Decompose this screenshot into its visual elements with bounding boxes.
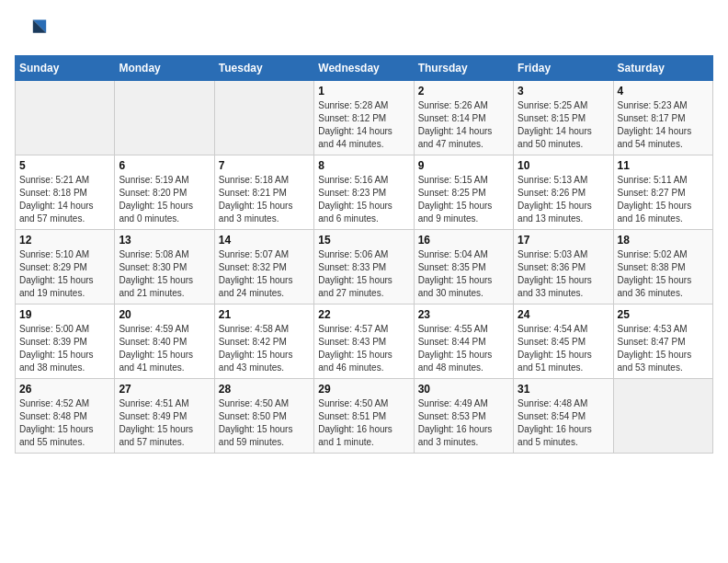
day-info: Sunrise: 4:50 AMSunset: 8:50 PMDaylight:…	[219, 397, 310, 449]
weekday-saturday: Saturday	[613, 56, 712, 81]
day-number: 25	[618, 308, 709, 321]
day-number: 7	[219, 159, 310, 172]
day-number: 26	[19, 383, 110, 396]
day-info: Sunrise: 4:50 AMSunset: 8:51 PMDaylight:…	[318, 397, 409, 449]
day-number: 18	[618, 234, 709, 247]
calendar-cell	[214, 81, 313, 155]
day-number: 17	[518, 234, 609, 247]
calendar-cell	[115, 81, 214, 155]
day-number: 23	[418, 308, 509, 321]
calendar-cell: 19Sunrise: 5:00 AMSunset: 8:39 PMDayligh…	[16, 304, 115, 379]
day-info: Sunrise: 5:28 AMSunset: 8:12 PMDaylight:…	[318, 99, 409, 151]
calendar-cell: 29Sunrise: 4:50 AMSunset: 8:51 PMDayligh…	[314, 379, 414, 454]
calendar-cell: 17Sunrise: 5:03 AMSunset: 8:36 PMDayligh…	[514, 230, 613, 304]
weekday-sunday: Sunday	[16, 56, 115, 81]
calendar-cell: 14Sunrise: 5:07 AMSunset: 8:32 PMDayligh…	[214, 230, 313, 304]
day-number: 20	[119, 308, 210, 321]
day-info: Sunrise: 5:23 AMSunset: 8:17 PMDaylight:…	[618, 99, 709, 151]
day-info: Sunrise: 5:07 AMSunset: 8:32 PMDaylight:…	[219, 248, 310, 300]
week-row-3: 12Sunrise: 5:10 AMSunset: 8:29 PMDayligh…	[16, 230, 713, 304]
day-info: Sunrise: 5:25 AMSunset: 8:15 PMDaylight:…	[518, 99, 609, 151]
calendar-table: SundayMondayTuesdayWednesdayThursdayFrid…	[15, 55, 713, 454]
day-info: Sunrise: 5:16 AMSunset: 8:23 PMDaylight:…	[318, 174, 409, 225]
logo	[15, 15, 51, 48]
day-info: Sunrise: 4:59 AMSunset: 8:40 PMDaylight:…	[119, 323, 210, 374]
day-number: 28	[219, 383, 310, 396]
day-info: Sunrise: 5:04 AMSunset: 8:35 PMDaylight:…	[418, 248, 509, 300]
day-info: Sunrise: 4:54 AMSunset: 8:45 PMDaylight:…	[518, 323, 609, 374]
calendar-cell: 15Sunrise: 5:06 AMSunset: 8:33 PMDayligh…	[314, 230, 414, 304]
day-info: Sunrise: 5:18 AMSunset: 8:21 PMDaylight:…	[219, 174, 310, 225]
day-info: Sunrise: 5:13 AMSunset: 8:26 PMDaylight:…	[518, 174, 609, 225]
calendar-cell: 1Sunrise: 5:28 AMSunset: 8:12 PMDaylight…	[314, 81, 414, 155]
day-number: 14	[219, 234, 310, 247]
calendar-cell: 8Sunrise: 5:16 AMSunset: 8:23 PMDaylight…	[314, 155, 414, 230]
day-info: Sunrise: 4:52 AMSunset: 8:48 PMDaylight:…	[19, 397, 110, 449]
calendar-header: SundayMondayTuesdayWednesdayThursdayFrid…	[16, 56, 713, 81]
day-number: 15	[318, 234, 409, 247]
day-info: Sunrise: 5:00 AMSunset: 8:39 PMDaylight:…	[19, 323, 110, 374]
day-number: 19	[19, 308, 110, 321]
day-number: 9	[418, 159, 509, 172]
weekday-monday: Monday	[115, 56, 214, 81]
day-number: 11	[618, 159, 709, 172]
calendar-cell: 25Sunrise: 4:53 AMSunset: 8:47 PMDayligh…	[613, 304, 712, 379]
day-number: 3	[518, 85, 609, 98]
day-number: 16	[418, 234, 509, 247]
weekday-thursday: Thursday	[414, 56, 513, 81]
calendar-cell: 20Sunrise: 4:59 AMSunset: 8:40 PMDayligh…	[115, 304, 214, 379]
day-number: 2	[418, 85, 509, 98]
day-number: 5	[19, 159, 110, 172]
weekday-tuesday: Tuesday	[214, 56, 313, 81]
day-info: Sunrise: 4:55 AMSunset: 8:44 PMDaylight:…	[418, 323, 509, 374]
day-info: Sunrise: 4:58 AMSunset: 8:42 PMDaylight:…	[219, 323, 310, 374]
day-info: Sunrise: 5:21 AMSunset: 8:18 PMDaylight:…	[19, 174, 110, 225]
day-info: Sunrise: 5:11 AMSunset: 8:27 PMDaylight:…	[618, 174, 709, 225]
calendar-cell: 2Sunrise: 5:26 AMSunset: 8:14 PMDaylight…	[414, 81, 513, 155]
calendar-cell: 23Sunrise: 4:55 AMSunset: 8:44 PMDayligh…	[414, 304, 513, 379]
calendar-cell: 9Sunrise: 5:15 AMSunset: 8:25 PMDaylight…	[414, 155, 513, 230]
day-info: Sunrise: 4:49 AMSunset: 8:53 PMDaylight:…	[418, 397, 509, 449]
weekday-wednesday: Wednesday	[314, 56, 414, 81]
week-row-4: 19Sunrise: 5:00 AMSunset: 8:39 PMDayligh…	[16, 304, 713, 379]
day-info: Sunrise: 4:53 AMSunset: 8:47 PMDaylight:…	[618, 323, 709, 374]
day-info: Sunrise: 5:26 AMSunset: 8:14 PMDaylight:…	[418, 99, 509, 151]
calendar-cell: 13Sunrise: 5:08 AMSunset: 8:30 PMDayligh…	[115, 230, 214, 304]
week-row-1: 1Sunrise: 5:28 AMSunset: 8:12 PMDaylight…	[16, 81, 713, 155]
calendar-cell: 31Sunrise: 4:48 AMSunset: 8:54 PMDayligh…	[514, 379, 613, 454]
calendar-cell: 26Sunrise: 4:52 AMSunset: 8:48 PMDayligh…	[16, 379, 115, 454]
day-number: 30	[418, 383, 509, 396]
day-info: Sunrise: 4:57 AMSunset: 8:43 PMDaylight:…	[318, 323, 409, 374]
calendar-cell: 21Sunrise: 4:58 AMSunset: 8:42 PMDayligh…	[214, 304, 313, 379]
calendar-cell	[613, 379, 712, 454]
day-info: Sunrise: 5:06 AMSunset: 8:33 PMDaylight:…	[318, 248, 409, 300]
day-number: 10	[518, 159, 609, 172]
calendar-cell: 11Sunrise: 5:11 AMSunset: 8:27 PMDayligh…	[613, 155, 712, 230]
day-number: 31	[518, 383, 609, 396]
day-number: 1	[318, 85, 409, 98]
calendar-cell: 28Sunrise: 4:50 AMSunset: 8:50 PMDayligh…	[214, 379, 313, 454]
page-header	[15, 15, 713, 48]
calendar-cell: 7Sunrise: 5:18 AMSunset: 8:21 PMDaylight…	[214, 155, 313, 230]
day-info: Sunrise: 5:10 AMSunset: 8:29 PMDaylight:…	[19, 248, 110, 300]
day-number: 6	[119, 159, 210, 172]
calendar-cell: 24Sunrise: 4:54 AMSunset: 8:45 PMDayligh…	[514, 304, 613, 379]
calendar-cell: 27Sunrise: 4:51 AMSunset: 8:49 PMDayligh…	[115, 379, 214, 454]
calendar-cell: 12Sunrise: 5:10 AMSunset: 8:29 PMDayligh…	[16, 230, 115, 304]
day-info: Sunrise: 4:51 AMSunset: 8:49 PMDaylight:…	[119, 397, 210, 449]
day-number: 22	[318, 308, 409, 321]
calendar-cell: 5Sunrise: 5:21 AMSunset: 8:18 PMDaylight…	[16, 155, 115, 230]
day-number: 21	[219, 308, 310, 321]
day-info: Sunrise: 5:08 AMSunset: 8:30 PMDaylight:…	[119, 248, 210, 300]
day-number: 27	[119, 383, 210, 396]
week-row-5: 26Sunrise: 4:52 AMSunset: 8:48 PMDayligh…	[16, 379, 713, 454]
calendar-cell: 16Sunrise: 5:04 AMSunset: 8:35 PMDayligh…	[414, 230, 513, 304]
calendar-cell: 3Sunrise: 5:25 AMSunset: 8:15 PMDaylight…	[514, 81, 613, 155]
day-info: Sunrise: 5:19 AMSunset: 8:20 PMDaylight:…	[119, 174, 210, 225]
day-info: Sunrise: 5:03 AMSunset: 8:36 PMDaylight:…	[518, 248, 609, 300]
day-number: 24	[518, 308, 609, 321]
day-info: Sunrise: 4:48 AMSunset: 8:54 PMDaylight:…	[518, 397, 609, 449]
calendar-cell: 18Sunrise: 5:02 AMSunset: 8:38 PMDayligh…	[613, 230, 712, 304]
calendar-cell: 4Sunrise: 5:23 AMSunset: 8:17 PMDaylight…	[613, 81, 712, 155]
day-number: 29	[318, 383, 409, 396]
